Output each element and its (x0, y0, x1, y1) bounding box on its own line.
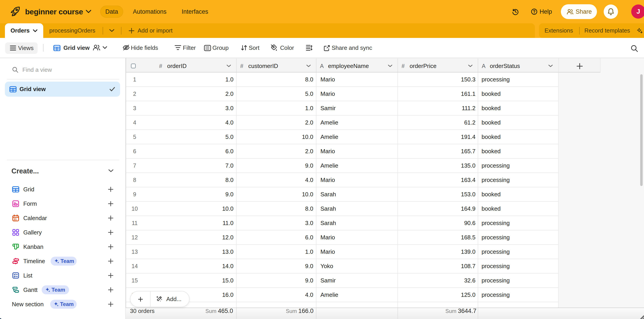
svg-text:31: 31 (14, 218, 17, 221)
